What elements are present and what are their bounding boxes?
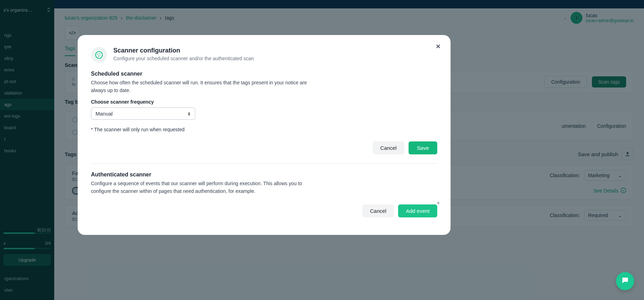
svg-point-4: [98, 56, 99, 57]
chevron-updown-icon: ▲▼: [187, 112, 191, 116]
scanner-config-modal: ✕ Scanner configuration Configure your s…: [78, 35, 451, 235]
auth-heading: Authenticated scanner: [91, 172, 437, 178]
scheduled-heading: Scheduled scanner: [91, 71, 437, 77]
cancel-button[interactable]: Cancel: [373, 141, 404, 154]
svg-point-2: [97, 54, 98, 55]
frequency-value: Manual: [95, 111, 113, 117]
frequency-hint: * The scanner will only run when request…: [91, 127, 437, 132]
scheduled-scanner-section: Scheduled scanner Choose how often the s…: [91, 71, 437, 154]
chat-icon: [621, 276, 629, 286]
svg-point-1: [95, 51, 102, 58]
modal-divider: [91, 163, 437, 164]
auth-desc: Configure a sequence of events that our …: [91, 180, 315, 195]
frequency-field-label: Choose scanner frequency: [91, 99, 437, 105]
close-icon: ✕: [436, 43, 441, 50]
chat-button[interactable]: [616, 272, 634, 290]
add-event-button[interactable]: Add event: [398, 204, 437, 217]
cookie-icon: [91, 47, 107, 63]
save-button[interactable]: Save: [409, 141, 437, 154]
modal-title: Scanner configuration: [113, 47, 254, 54]
modal-subtitle: Configure your scheduled scanner and/or …: [113, 56, 254, 61]
sparkle-icon: [436, 201, 441, 207]
frequency-select[interactable]: Manual ▲▼: [91, 107, 195, 120]
scheduled-desc: Choose how often the scheduled scanner w…: [91, 79, 315, 94]
authenticated-scanner-section: Authenticated scanner Configure a sequen…: [91, 172, 437, 217]
svg-point-3: [99, 53, 100, 54]
close-button[interactable]: ✕: [434, 41, 442, 52]
cancel-button[interactable]: Cancel: [362, 204, 394, 217]
svg-point-5: [100, 55, 100, 56]
add-event-label: Add event: [406, 208, 430, 214]
